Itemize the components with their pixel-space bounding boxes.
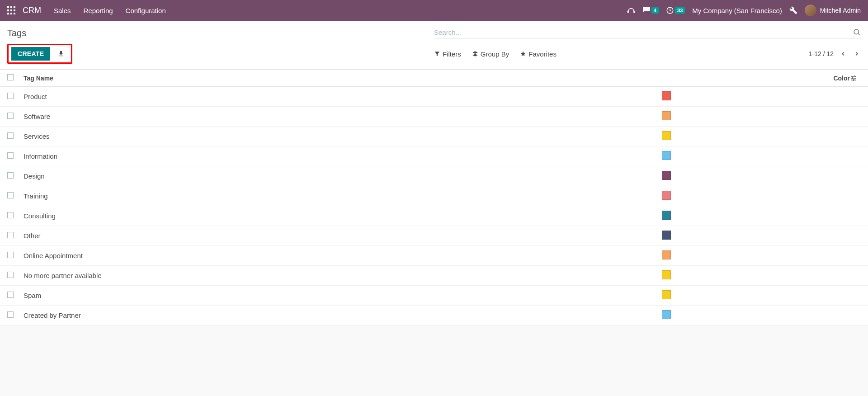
navbar-right: 4 33 My Company (San Francisco) Mitchell… [627, 5, 861, 16]
color-swatch[interactable] [662, 290, 671, 299]
filters-label: Filters [443, 50, 461, 58]
star-icon [520, 51, 526, 57]
svg-point-10 [854, 29, 859, 34]
control-panel: Tags CREATE Filters [0, 21, 868, 70]
tag-name-cell: Created by Partner [24, 311, 81, 319]
svg-rect-8 [14, 13, 15, 14]
color-swatch[interactable] [662, 250, 671, 259]
row-checkbox[interactable] [7, 132, 14, 139]
color-swatch[interactable] [662, 310, 671, 319]
pager-next[interactable] [853, 50, 861, 58]
navbar-left: CRM Sales Reporting Configuration [7, 6, 166, 15]
table-row[interactable]: Online Appointment [0, 246, 868, 266]
svg-rect-0 [7, 6, 9, 8]
tag-name-cell: Product [24, 93, 47, 100]
table-row[interactable]: Spam [0, 286, 868, 306]
row-checkbox[interactable] [7, 292, 14, 298]
nav-item-configuration[interactable]: Configuration [126, 7, 166, 14]
select-all-checkbox[interactable] [7, 74, 14, 80]
row-checkbox[interactable] [7, 152, 14, 159]
voip-icon[interactable] [627, 6, 635, 14]
search-icon[interactable] [853, 28, 861, 36]
svg-rect-1 [10, 6, 12, 8]
list-view: Tag Name Color Product Software Services… [0, 70, 868, 325]
app-brand[interactable]: CRM [23, 6, 41, 15]
create-button[interactable]: CREATE [11, 47, 50, 61]
table-row[interactable]: Other [0, 226, 868, 246]
layers-icon [472, 51, 478, 57]
color-swatch[interactable] [662, 231, 671, 240]
debug-icon[interactable] [789, 6, 797, 14]
row-checkbox[interactable] [7, 232, 14, 238]
create-highlight: CREATE [7, 44, 72, 64]
color-swatch[interactable] [662, 211, 671, 220]
tag-name-cell: Design [24, 172, 45, 180]
company-switcher[interactable]: My Company (San Francisco) [692, 7, 782, 14]
nav-item-sales[interactable]: Sales [54, 7, 71, 14]
tag-name-cell: Consulting [24, 212, 56, 220]
messaging-icon[interactable]: 4 [642, 6, 659, 14]
color-swatch[interactable] [662, 91, 671, 100]
color-swatch[interactable] [662, 191, 671, 200]
table-row[interactable]: Consulting [0, 206, 868, 226]
tag-name-cell: Software [24, 113, 50, 120]
filters-button[interactable]: Filters [434, 50, 461, 58]
row-checkbox[interactable] [7, 172, 14, 179]
table-row[interactable]: Services [0, 127, 868, 146]
color-swatch[interactable] [662, 131, 671, 140]
color-swatch[interactable] [662, 151, 671, 160]
svg-rect-2 [14, 6, 15, 8]
favorites-label: Favorites [528, 50, 557, 58]
color-swatch[interactable] [662, 111, 671, 120]
table-row[interactable]: No more partner available [0, 266, 868, 286]
table-row[interactable]: Design [0, 166, 868, 186]
activities-icon[interactable]: 33 [666, 6, 685, 14]
user-name: Mitchell Admin [820, 7, 861, 14]
avatar [805, 5, 816, 16]
row-checkbox[interactable] [7, 113, 14, 119]
tag-name-cell: Spam [24, 292, 41, 299]
table-row[interactable]: Created by Partner [0, 306, 868, 325]
color-swatch[interactable] [662, 171, 671, 180]
header-color[interactable]: Color [814, 75, 850, 82]
table-row[interactable]: Information [0, 146, 868, 166]
svg-rect-7 [10, 13, 12, 14]
pager-text[interactable]: 1-12 / 12 [809, 50, 834, 57]
search-area [434, 26, 861, 38]
svg-rect-3 [7, 9, 9, 11]
top-navbar: CRM Sales Reporting Configuration 4 33 M… [0, 0, 868, 21]
import-button[interactable] [54, 47, 68, 60]
activities-badge: 33 [675, 7, 685, 14]
nav-item-reporting[interactable]: Reporting [84, 7, 113, 14]
tag-name-cell: Services [24, 132, 50, 140]
header-tag-name[interactable]: Tag Name [24, 75, 660, 82]
svg-rect-5 [14, 9, 15, 11]
page-title: Tags [7, 26, 434, 38]
tag-name-cell: No more partner available [24, 272, 102, 279]
pager-prev[interactable] [839, 50, 847, 58]
user-menu[interactable]: Mitchell Admin [805, 5, 861, 16]
pager: 1-12 / 12 [809, 50, 861, 58]
optional-columns-icon[interactable] [850, 75, 861, 82]
apps-icon[interactable] [7, 6, 15, 14]
favorites-button[interactable]: Favorites [520, 50, 557, 58]
color-swatch[interactable] [662, 270, 671, 279]
table-row[interactable]: Product [0, 87, 868, 107]
row-checkbox[interactable] [7, 272, 14, 278]
tag-name-cell: Online Appointment [24, 252, 83, 259]
groupby-button[interactable]: Group By [472, 50, 509, 58]
tag-name-cell: Information [24, 152, 57, 160]
row-checkbox[interactable] [7, 192, 14, 198]
list-header: Tag Name Color [0, 70, 868, 87]
row-checkbox[interactable] [7, 252, 14, 258]
tag-name-cell: Training [24, 192, 48, 200]
messaging-badge: 4 [651, 7, 659, 14]
search-input[interactable] [434, 28, 853, 36]
row-checkbox[interactable] [7, 93, 14, 99]
nav-menu: Sales Reporting Configuration [54, 7, 166, 14]
row-checkbox[interactable] [7, 311, 14, 318]
table-row[interactable]: Software [0, 107, 868, 127]
groupby-label: Group By [481, 50, 509, 58]
row-checkbox[interactable] [7, 212, 14, 218]
table-row[interactable]: Training [0, 186, 868, 206]
